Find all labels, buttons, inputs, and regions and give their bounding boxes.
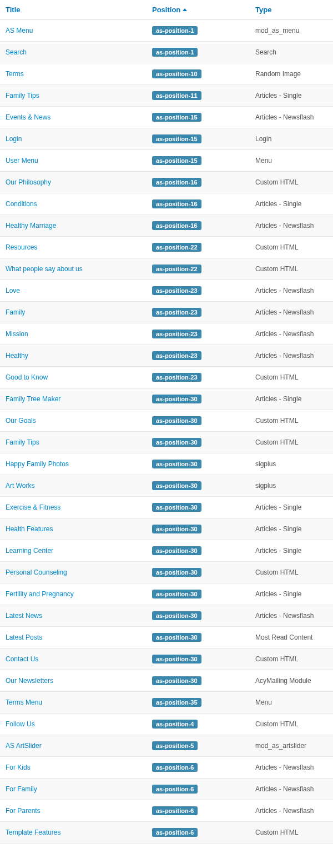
module-type: Articles - Newsflash (250, 345, 333, 367)
position-badge: as-position-11 (152, 91, 201, 100)
position-badge: as-position-23 (152, 330, 201, 338)
module-title-link[interactable]: Our Newsletters (6, 677, 53, 685)
module-title-link[interactable]: Events & News (6, 113, 51, 121)
module-title-link[interactable]: What people say about us (6, 265, 83, 273)
table-row: Events & Newsas-position-15Articles - Ne… (0, 107, 333, 128)
position-badge: as-position-35 (152, 698, 201, 707)
module-type: Custom HTML (250, 432, 333, 453)
table-row: Follow Usas-position-4Custom HTML (0, 714, 333, 735)
module-title-link[interactable]: Family Tree Maker (6, 395, 60, 403)
table-row: Art Worksas-position-30sigplus (0, 475, 333, 497)
module-title-link[interactable]: Health Features (6, 525, 53, 533)
module-title-link[interactable]: For Kids (6, 764, 31, 771)
table-row: What people say about usas-position-22Cu… (0, 258, 333, 280)
module-title-link[interactable]: Family Tips (6, 92, 39, 99)
position-badge: as-position-30 (152, 568, 201, 577)
table-row: AS Menuas-position-1mod_as_menu (0, 20, 333, 42)
module-title-link[interactable]: Happy Family Photos (6, 460, 69, 468)
module-title-link[interactable]: Learning Center (6, 547, 53, 555)
position-badge: as-position-1 (152, 48, 198, 57)
table-row: Conditionsas-position-16Articles - Singl… (0, 193, 333, 215)
module-type: Search (250, 42, 333, 63)
module-type: sigplus (250, 453, 333, 475)
module-type: AcyMailing Module (250, 670, 333, 692)
module-title-link[interactable]: Healthy (6, 352, 28, 360)
module-type: Custom HTML (250, 648, 333, 670)
module-title-link[interactable]: Family (6, 308, 25, 316)
module-title-link[interactable]: Latest News (6, 612, 42, 620)
header-type[interactable]: Type (250, 0, 333, 20)
module-type: Menu (250, 150, 333, 172)
module-title-link[interactable]: Mission (6, 330, 28, 338)
module-title-link[interactable]: Good to Know (6, 373, 48, 381)
module-title-link[interactable]: Family Tips (6, 438, 39, 446)
table-row: Learning Centeras-position-30Articles - … (0, 540, 333, 562)
module-type: Articles - Newsflash (250, 757, 333, 779)
module-title-link[interactable]: Our Philosophy (6, 178, 51, 186)
table-row: Terms Menuas-position-35Menu (0, 692, 333, 714)
module-title-link[interactable]: Contact Us (6, 655, 38, 663)
sort-type: Type (255, 6, 271, 14)
position-badge: as-position-4 (152, 720, 198, 729)
sort-asc-icon (183, 8, 187, 11)
table-row: Our Newslettersas-position-30AcyMailing … (0, 670, 333, 692)
position-badge: as-position-15 (152, 113, 201, 122)
module-title-link[interactable]: Terms Menu (6, 699, 42, 706)
table-row: Resourcesas-position-22Custom HTML (0, 237, 333, 258)
header-title[interactable]: Title (0, 0, 147, 20)
module-title-link[interactable]: For Family (6, 785, 37, 793)
module-type: Login (250, 128, 333, 150)
module-type: Custom HTML (250, 714, 333, 735)
module-title-link[interactable]: Art Works (6, 482, 34, 490)
module-type: Articles - Newsflash (250, 323, 333, 345)
table-row: For Familyas-position-6Articles - Newsfl… (0, 779, 333, 800)
position-badge: as-position-15 (152, 134, 201, 143)
position-badge: as-position-30 (152, 395, 201, 403)
module-title-link[interactable]: Search (6, 48, 27, 56)
module-title-link[interactable]: AS ArtSlider (6, 742, 42, 750)
position-badge: as-position-22 (152, 265, 201, 273)
module-title-link[interactable]: For Parents (6, 807, 41, 815)
module-title-link[interactable]: Template Features (6, 829, 60, 836)
module-title-link[interactable]: Personal Counseling (6, 568, 67, 576)
position-badge: as-position-6 (152, 828, 198, 837)
module-title-link[interactable]: Exercise & Fitness (6, 503, 60, 511)
table-row: AS ArtSlideras-position-5mod_as_artslide… (0, 735, 333, 757)
sort-title: Title (6, 6, 21, 14)
table-row: Fertility and Pregnancyas-position-30Art… (0, 583, 333, 605)
table-row: Our Goalsas-position-30Custom HTML (0, 410, 333, 432)
module-title-link[interactable]: Healthy Marriage (6, 222, 56, 230)
module-type: Articles - Newsflash (250, 779, 333, 800)
module-type: Articles - Newsflash (250, 280, 333, 302)
module-title-link[interactable]: Fertility and Pregnancy (6, 590, 74, 598)
table-row: Loginas-position-15Login (0, 128, 333, 150)
position-badge: as-position-23 (152, 351, 201, 360)
module-title-link[interactable]: AS Menu (6, 27, 33, 34)
module-type: Custom HTML (250, 562, 333, 583)
module-type: Articles - Single (250, 388, 333, 410)
position-badge: as-position-16 (152, 221, 201, 230)
module-title-link[interactable]: Terms (6, 70, 24, 78)
position-badge: as-position-30 (152, 655, 201, 664)
position-badge: as-position-30 (152, 416, 201, 425)
table-row: Healthy Marriageas-position-16Articles -… (0, 215, 333, 237)
module-title-link[interactable]: Follow Us (6, 720, 35, 728)
module-title-link[interactable]: User Menu (6, 157, 38, 164)
table-row: Family Tipsas-position-30Custom HTML (0, 432, 333, 453)
header-position[interactable]: Position (147, 0, 250, 20)
module-title-link[interactable]: Love (6, 287, 20, 295)
module-title-link[interactable]: Resources (6, 243, 37, 251)
module-title-link[interactable]: Login (6, 135, 22, 143)
module-type: Articles - Single (250, 518, 333, 540)
table-row: Family Tree Makeras-position-30Articles … (0, 388, 333, 410)
module-title-link[interactable]: Latest Posts (6, 633, 42, 641)
table-row: User Menuas-position-15Menu (0, 150, 333, 172)
position-badge: as-position-5 (152, 741, 198, 750)
table-row: Missionas-position-23Articles - Newsflas… (0, 323, 333, 345)
modules-table: Title Position Type AS Menuas-position-1… (0, 0, 333, 844)
module-title-link[interactable]: Conditions (6, 200, 37, 208)
table-row: Family Tipsas-position-11Articles - Sing… (0, 85, 333, 107)
module-title-link[interactable]: Our Goals (6, 417, 36, 425)
module-type: Articles - Single (250, 540, 333, 562)
position-badge: as-position-16 (152, 199, 201, 208)
